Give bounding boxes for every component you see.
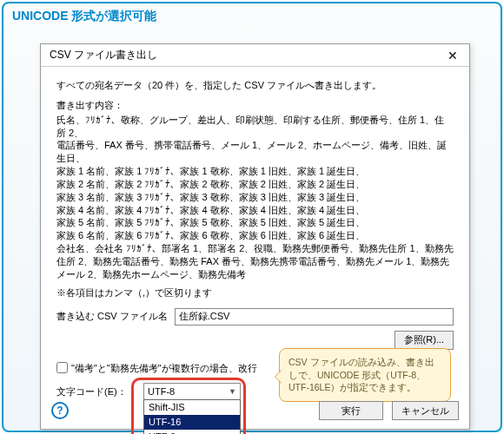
page-caption: UNICODE 形式が選択可能 (3, 3, 501, 28)
field-line: 家族 6 名前、家族 6 ﾌﾘｶﾞﾅ、家族 6 敬称、家族 6 旧姓、家族 6 … (56, 229, 454, 242)
browse-button[interactable]: 参照(R)... (395, 331, 454, 350)
titlebar: CSV ファイル書き出し ✕ (41, 44, 469, 67)
encoding-label: 文字コード(E)： (56, 385, 136, 398)
filename-input[interactable] (175, 308, 454, 326)
field-line: 家族 2 名前、家族 2 ﾌﾘｶﾞﾅ、家族 2 敬称、家族 2 旧姓、家族 2 … (56, 178, 454, 191)
callout-tip: CSV ファイルの読み込み、書き出しで、UNICODE 形式（UTF-8、UTF… (279, 348, 451, 402)
field-line: 家族 5 名前、家族 5 ﾌﾘｶﾞﾅ、家族 5 敬称、家族 5 旧姓、家族 5 … (56, 216, 454, 229)
field-line: 氏名、ﾌﾘｶﾞﾅ、敬称、グループ、差出人、印刷状態、印刷する住所、郵便番号、住所… (56, 114, 454, 140)
fields-list: 氏名、ﾌﾘｶﾞﾅ、敬称、グループ、差出人、印刷状態、印刷する住所、郵便番号、住所… (56, 114, 454, 281)
multiline-checkbox[interactable] (56, 362, 68, 373)
delimiter-note: ※各項目はカンマ（,）で区切ります (56, 286, 454, 299)
field-line: 電話番号、FAX 番号、携帯電話番号、メール 1、メール 2、ホームページ、備考… (56, 139, 454, 165)
execute-button[interactable]: 実行 (319, 401, 383, 420)
field-line: 会社名、会社名 ﾌﾘｶﾞﾅ、部署名 1、部署名 2、役職、勤務先郵便番号、勤務先… (56, 242, 454, 281)
field-line: 家族 4 名前、家族 4 ﾌﾘｶﾞﾅ、家族 4 敬称、家族 4 旧姓、家族 4 … (56, 204, 454, 217)
encoding-dropdown: Shift-JISUTF-16UTF-8 (143, 399, 241, 434)
dialog-title: CSV ファイル書き出し (50, 48, 441, 62)
filename-label: 書き込む CSV ファイル名 (56, 310, 168, 323)
field-line: 家族 1 名前、家族 1 ﾌﾘｶﾞﾅ、家族 1 敬称、家族 1 旧姓、家族 1 … (56, 165, 454, 178)
description-text: すべての宛名データ（20 件）を、指定した CSV ファイルへ書き出します。 (56, 79, 454, 92)
encoding-option[interactable]: Shift-JIS (144, 400, 240, 415)
close-icon[interactable]: ✕ (441, 49, 464, 62)
export-content-label: 書き出す内容： (56, 99, 454, 112)
encoding-value: UTF-8 (148, 385, 175, 398)
chevron-down-icon: ▼ (229, 386, 236, 397)
field-line: 家族 3 名前、家族 3 ﾌﾘｶﾞﾅ、家族 3 敬称、家族 3 旧姓、家族 3 … (56, 191, 454, 204)
encoding-combobox[interactable]: UTF-8 ▼ (143, 383, 241, 400)
cancel-button[interactable]: キャンセル (392, 401, 459, 420)
encoding-option[interactable]: UTF-16 (144, 415, 240, 430)
csv-export-dialog: CSV ファイル書き出し ✕ すべての宛名データ（20 件）を、指定した CSV… (40, 43, 470, 430)
help-icon[interactable]: ? (51, 402, 69, 419)
encoding-option[interactable]: UTF-8 (144, 430, 240, 434)
multiline-checkbox-label: "備考"と"勤務先備考"が複数行の場合、改行 (71, 362, 257, 375)
